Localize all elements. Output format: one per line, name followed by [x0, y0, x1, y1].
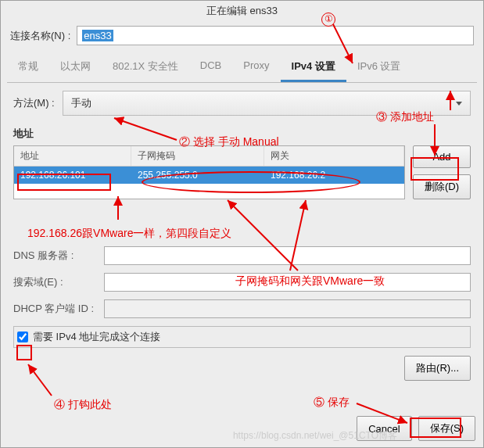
dns-label: DNS 服务器 :: [13, 249, 99, 263]
search-domain-label: 搜索域(E) :: [13, 275, 99, 289]
address-section-title: 地址: [13, 127, 471, 141]
require-ipv4-checkbox[interactable]: [17, 332, 28, 342]
col-netmask: 子网掩码: [131, 146, 264, 166]
method-dropdown[interactable]: 手动: [63, 91, 471, 116]
watermark-text: https://blog.csdn.net/wei_@51CTO博客: [233, 429, 397, 443]
delete-button[interactable]: 删除(D): [413, 174, 471, 199]
tab-general[interactable]: 常规: [7, 53, 49, 82]
require-ipv4-label: 需要 IPv4 地址完成这个连接: [33, 330, 160, 344]
routes-button[interactable]: 路由(R)...: [404, 356, 471, 381]
add-button[interactable]: Add: [413, 145, 471, 168]
tab-ipv4[interactable]: IPv4 设置: [281, 53, 346, 82]
method-label: 方法(M) :: [13, 96, 55, 110]
col-gateway: 网关: [264, 146, 404, 166]
table-row[interactable]: 192.168.26.101 255.255.255.0 192.168.26.…: [14, 167, 404, 184]
dns-input[interactable]: [104, 246, 471, 265]
address-table[interactable]: 地址 子网掩码 网关 192.168.26.101 255.255.255.0 …: [13, 145, 405, 199]
dhcp-client-id-label: DHCP 客户端 ID :: [13, 302, 99, 316]
anno-5: ⑤ 保存: [314, 396, 350, 410]
dhcp-client-id-input: [104, 299, 471, 318]
search-domain-input[interactable]: [104, 273, 471, 292]
save-button[interactable]: 保存(S): [418, 416, 475, 441]
connection-name-label: 连接名称(N) :: [10, 29, 70, 43]
tab-ipv6[interactable]: IPv6 设置: [346, 53, 412, 82]
col-address: 地址: [14, 146, 131, 166]
tab-bar: 常规 以太网 802.1X 安全性 DCB Proxy IPv4 设置 IPv6…: [7, 53, 477, 83]
tab-dcb[interactable]: DCB: [189, 53, 232, 82]
tab-ethernet[interactable]: 以太网: [49, 53, 102, 82]
connection-name-input[interactable]: ens33: [77, 26, 474, 45]
anno-4: ④ 打钩此处: [54, 398, 112, 412]
tab-8021x[interactable]: 802.1X 安全性: [102, 53, 189, 82]
chevron-down-icon: [456, 102, 462, 106]
window-title: 正在编辑 ens33: [1, 1, 483, 21]
tab-proxy[interactable]: Proxy: [232, 53, 280, 82]
